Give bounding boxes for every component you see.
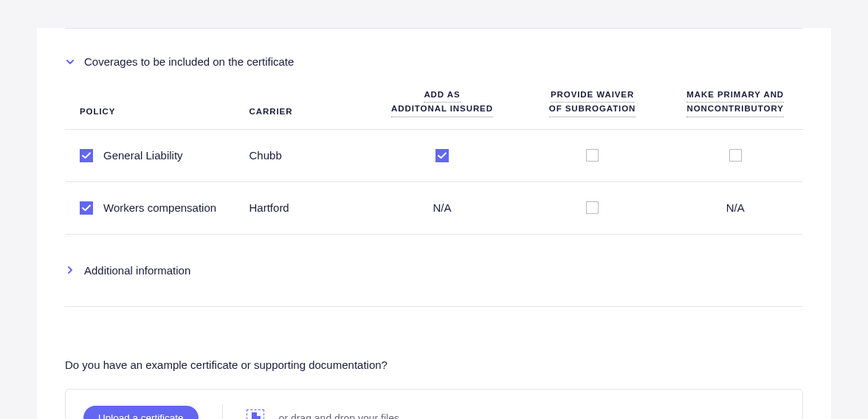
upload-section: Do you have an example certificate or su… [65, 359, 803, 420]
waiver-checkbox[interactable] [586, 149, 599, 162]
policy-name: General Liability [103, 149, 183, 162]
upload-box: Upload a certificate or drag and drop yo… [65, 389, 803, 420]
table-row: General Liability Chubb [65, 130, 803, 182]
additional-info-title: Additional information [84, 264, 190, 277]
additional-insured-checkbox[interactable] [435, 149, 449, 162]
cell-primary [667, 149, 803, 162]
form-card: Coverages to be included on the certific… [37, 28, 831, 419]
additional-info-section-header[interactable]: Additional information [65, 264, 803, 277]
coverages-table: POLICY CARRIER ADD AS ADDITONAL INSURED … [65, 89, 803, 235]
file-icon-container [247, 409, 264, 420]
header-waiver: PROVIDE WAIVER OF SUBROGATION [517, 89, 668, 117]
header-primary: MAKE PRIMARY AND NONCONTRIBUTORY [667, 89, 803, 117]
drag-drop-area[interactable]: or drag and drop your files [247, 409, 399, 420]
primary-checkbox[interactable] [729, 149, 742, 162]
cell-policy: General Liability [65, 149, 249, 162]
coverages-section-header[interactable]: Coverages to be included on the certific… [65, 55, 803, 68]
header-carrier: CARRIER [249, 104, 368, 117]
row-select-checkbox[interactable] [80, 149, 93, 162]
table-header-row: POLICY CARRIER ADD AS ADDITONAL INSURED … [65, 89, 803, 130]
cell-insured [367, 149, 517, 162]
table-row: Workers compensation Hartford N/A N/A [65, 182, 803, 235]
cell-carrier: Hartford [249, 201, 368, 214]
chevron-right-icon [65, 265, 75, 275]
waiver-checkbox[interactable] [586, 201, 599, 214]
header-additional-insured: ADD AS ADDITONAL INSURED [367, 89, 517, 117]
upload-certificate-button[interactable]: Upload a certificate [83, 406, 199, 419]
top-divider [65, 28, 803, 29]
cell-primary: N/A [667, 201, 803, 214]
coverages-section-title: Coverages to be included on the certific… [84, 55, 294, 68]
header-policy: POLICY [65, 104, 249, 117]
chevron-down-icon [65, 57, 75, 67]
row-select-checkbox[interactable] [80, 201, 93, 215]
cell-carrier: Chubb [249, 149, 368, 162]
cell-insured: N/A [367, 201, 517, 214]
drag-drop-text: or drag and drop your files [279, 412, 399, 420]
policy-name: Workers compensation [103, 201, 216, 214]
cell-policy: Workers compensation [65, 201, 249, 215]
upload-question: Do you have an example certificate or su… [65, 359, 803, 371]
cell-waiver [517, 149, 668, 162]
cell-waiver [517, 201, 668, 214]
file-icon [250, 412, 261, 420]
upload-vertical-divider [222, 404, 223, 420]
section-divider [65, 306, 803, 307]
